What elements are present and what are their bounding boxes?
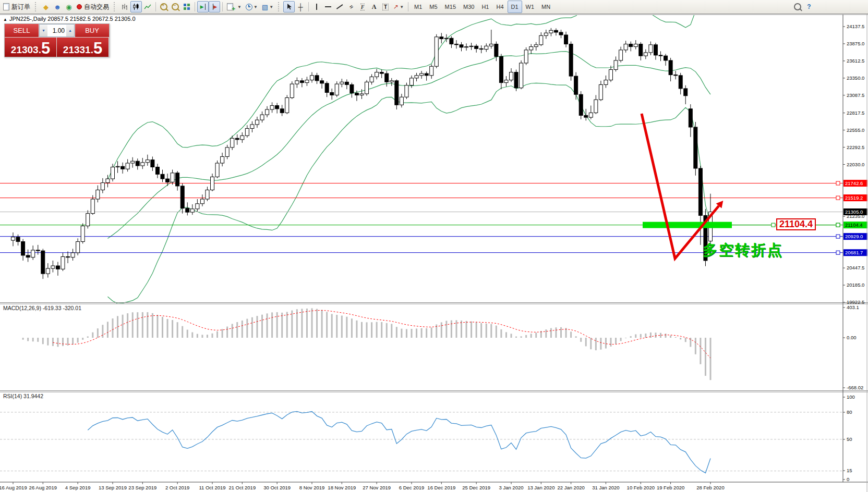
toolbar-separator	[222, 2, 223, 11]
candle	[534, 42, 538, 51]
line-anchor-marker[interactable]	[836, 181, 840, 185]
community-button[interactable]: ☻	[52, 1, 63, 13]
timeframe-button-w1[interactable]: W1	[522, 1, 538, 13]
timeframe-button-m1[interactable]: M1	[411, 1, 426, 13]
candle	[155, 164, 159, 178]
candle	[604, 76, 608, 88]
zoom-in-button[interactable]: +	[158, 1, 170, 13]
candle	[235, 134, 239, 145]
volume-increase-button[interactable]: ▲	[66, 24, 74, 36]
vertical-line-button[interactable]	[311, 1, 322, 13]
channel-button[interactable]: =	[345, 1, 357, 13]
candle	[499, 54, 503, 89]
date-axis-label: 10 Feb 2020	[627, 485, 655, 490]
bar-chart-button[interactable]	[119, 1, 130, 13]
auto-scroll-button[interactable]: ▶	[197, 1, 209, 13]
help-button[interactable]: ?	[803, 1, 815, 13]
support-zone-drawing[interactable]	[643, 222, 732, 228]
callout-anchor-marker[interactable]	[771, 223, 775, 227]
crosshair-button[interactable]: ┼	[295, 1, 306, 13]
toolbar-grip	[114, 2, 116, 11]
toolbar-right-group: ?	[792, 1, 815, 13]
candle	[96, 186, 100, 203]
line-chart-button[interactable]	[142, 1, 153, 13]
sell-price[interactable]: 21303.5	[5, 38, 56, 57]
candle	[365, 80, 369, 96]
date-axis-label: 22 Jan 2020	[557, 485, 584, 490]
candle	[504, 76, 508, 87]
turning-point-annotation[interactable]: 多空转折点	[703, 240, 783, 260]
line-anchor-marker[interactable]	[836, 196, 840, 200]
date-axis-label: 11 Oct 2019	[199, 485, 225, 490]
timeframe-button-m30[interactable]: M30	[460, 1, 478, 13]
price-level-callout[interactable]: 21104.4	[776, 218, 816, 230]
chart-symbol-info[interactable]: ▲JPN225-,Daily 20857.5 21582.5 20672.5 2…	[3, 16, 136, 22]
timeframe-button-m15[interactable]: M15	[441, 1, 460, 13]
candle	[659, 51, 662, 61]
candle	[136, 158, 139, 169]
trendline-button[interactable]	[334, 1, 345, 13]
timeframe-button-m5[interactable]: M5	[426, 1, 441, 13]
symbol-ohlc-text: JPN225-,Daily 20857.5 21582.5 20672.5 21…	[9, 16, 136, 22]
chart-shift-button[interactable]: ▶	[209, 1, 220, 13]
search-button[interactable]	[792, 1, 803, 13]
timeframe-button-mn[interactable]: MN	[538, 1, 554, 13]
tile-windows-button[interactable]	[181, 1, 192, 13]
callout-anchor-marker[interactable]	[836, 223, 840, 227]
candle	[240, 132, 244, 143]
buy-price[interactable]: 21331.5	[57, 38, 108, 57]
candle	[126, 159, 129, 171]
history-center-button[interactable]: ◆	[40, 1, 52, 13]
text-button[interactable]: A	[368, 1, 380, 13]
candle	[370, 74, 373, 84]
line-anchor-marker[interactable]	[836, 251, 840, 254]
timeframe-button-h1[interactable]: H1	[478, 1, 492, 13]
candle	[390, 78, 393, 86]
timeframe-button-h4[interactable]: H4	[492, 1, 507, 13]
fibonacci-button[interactable]: F	[357, 1, 368, 13]
candle	[146, 155, 149, 166]
candle	[76, 238, 80, 255]
candle	[619, 47, 623, 63]
candle	[51, 261, 55, 273]
new-order-button[interactable]: 新订单	[1, 1, 32, 13]
arrows-button[interactable]: ↗▼	[391, 1, 406, 13]
volume-decrease-button[interactable]: ▼	[40, 24, 47, 36]
candle	[514, 70, 518, 91]
candle	[186, 202, 189, 215]
cursor-button[interactable]	[283, 1, 295, 13]
candle	[589, 106, 593, 119]
line-anchor-marker[interactable]	[836, 235, 840, 238]
new-chart-button[interactable]: ＋▼	[225, 1, 244, 13]
new-order-label: 新订单	[11, 3, 30, 11]
candle	[161, 170, 164, 182]
arrows-icon: ↗	[393, 3, 399, 10]
volume-input[interactable]	[47, 24, 66, 36]
chart-drawings[interactable]	[642, 114, 840, 259]
candle	[200, 194, 204, 206]
date-axis-label: 25 Dec 2019	[462, 485, 490, 490]
period-button[interactable]: ▼	[244, 1, 260, 13]
buy-button[interactable]: BUY	[75, 24, 109, 37]
timeframe-button-d1[interactable]: D1	[508, 1, 522, 13]
candle	[624, 41, 628, 53]
candle	[564, 32, 568, 47]
templates-button[interactable]: ▧▼	[260, 1, 275, 13]
horizontal-line-button[interactable]	[322, 1, 334, 13]
candle	[698, 166, 702, 245]
date-axis-label: 2 Oct 2019	[165, 485, 189, 490]
date-axis-label: 18 Nov 2019	[328, 485, 356, 490]
history-center-icon: ◆	[43, 3, 49, 11]
candle	[554, 28, 558, 35]
text-label-button[interactable]: T	[380, 1, 391, 13]
candle	[559, 30, 563, 38]
auto-trading-button[interactable]: 自动交易	[75, 1, 111, 13]
sell-button[interactable]: SELL	[5, 24, 39, 37]
sell-price-main: 21303.	[11, 44, 41, 56]
date-axis-label: 3 Jan 2020	[499, 485, 523, 490]
candlestick-chart-button[interactable]	[130, 1, 142, 13]
collapse-icon[interactable]: ▲	[3, 17, 7, 22]
crosshair-icon: ┼	[298, 3, 303, 11]
zoom-out-button[interactable]: −	[170, 1, 181, 13]
signals-button[interactable]: ◉	[63, 1, 75, 13]
